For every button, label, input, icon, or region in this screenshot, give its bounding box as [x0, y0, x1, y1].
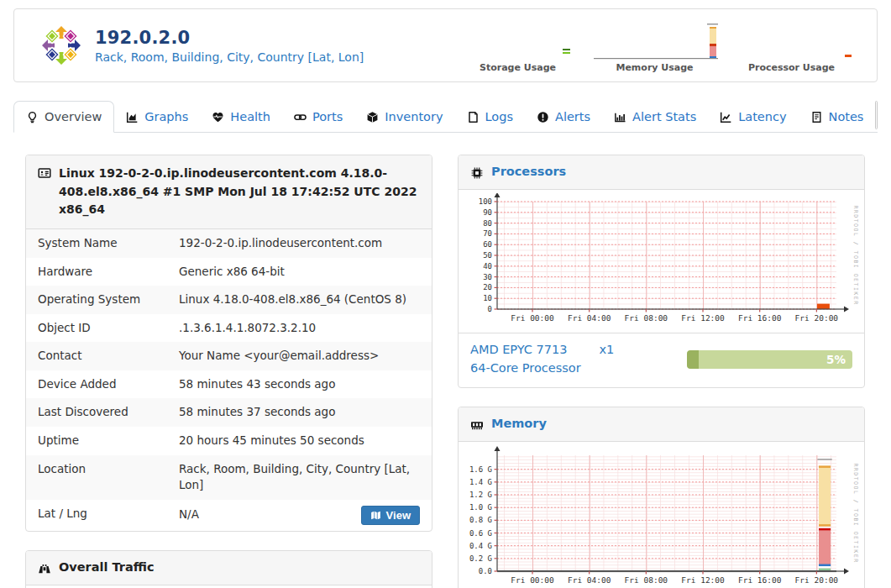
svg-text:Fri 00:00: Fri 00:00 [511, 575, 554, 585]
svg-text:Fri 08:00: Fri 08:00 [625, 313, 668, 323]
device-header: 192.0.2.0 Rack, Room, Building, City, Co… [13, 8, 878, 82]
memory-panel-link[interactable]: Memory [491, 417, 547, 430]
row-label: Uptime [38, 433, 179, 449]
tab-alerts[interactable]: Alerts [525, 102, 602, 132]
table-row: Lat / LngN/AView [26, 500, 432, 531]
tab-label: Logs [485, 110, 513, 123]
header-mini-graphs: Storage UsageMemory UsageProcessor Usage [449, 18, 862, 73]
device-actions-group: ⚙ ⋮ [875, 101, 878, 129]
storage-sparkline [455, 18, 581, 61]
centos-logo [41, 25, 81, 66]
tab-ports[interactable]: Ports [282, 102, 354, 132]
row-label: Hardware [38, 264, 179, 281]
svg-text:0.6 G: 0.6 G [469, 528, 492, 537]
row-label: Location [38, 461, 179, 494]
tab-logs[interactable]: Logs [455, 102, 525, 132]
svg-text:Fri 08:00: Fri 08:00 [625, 575, 668, 585]
system-info-panel: Linux 192-0-2-0.ip.linodeusercontent.com… [25, 155, 432, 532]
memory-panel: Memory 0.00.2 G0.4 G0.6 G0.8 G1.0 G1.2 G… [458, 407, 865, 588]
tab-label: Graphs [144, 110, 188, 123]
view-location-button[interactable]: View [361, 506, 420, 525]
row-value: .1.3.6.1.4.1.8072.3.2.10 [179, 320, 316, 337]
svg-text:10: 10 [483, 294, 492, 302]
tab-overview[interactable]: Overview [13, 101, 114, 133]
storage-usage-minigraph[interactable]: Storage Usage [449, 18, 586, 73]
table-row: Device Added58 minutes 43 seconds ago [26, 370, 432, 399]
table-row: Operating SystemLinux 4.18.0-408.el8.x86… [26, 286, 432, 314]
row-value: Your Name <your@email.address> [179, 348, 379, 365]
processors-panel-link[interactable]: Processors [491, 165, 566, 178]
row-value: N/A [179, 507, 199, 523]
svg-text:1.6 G: 1.6 G [469, 465, 492, 473]
row-label: Contact [38, 348, 179, 365]
device-title: 192.0.2.0 [95, 28, 364, 48]
notes-icon [810, 111, 823, 123]
table-row: Last Discovered58 minutes 37 seconds ago [26, 398, 432, 427]
tab-health[interactable]: Health [200, 102, 282, 132]
areachart-icon [126, 111, 139, 123]
file-icon [467, 111, 480, 123]
memory-graph[interactable]: 0.00.2 G0.4 G0.6 G0.8 G1.0 G1.2 G1.4 G1.… [459, 442, 864, 588]
table-row: System Name192-0-2-0.ip.linodeuserconten… [26, 229, 432, 258]
svg-text:50: 50 [483, 251, 492, 260]
tab-label: Latency [738, 110, 786, 123]
row-value: 20 hours 45 minutes 50 seconds [179, 433, 364, 449]
map-icon [370, 510, 381, 521]
svg-text:Fri 20:00: Fri 20:00 [795, 575, 839, 585]
right-column: Processors 0102030405060708090100Fri 00:… [458, 155, 865, 588]
svg-text:70: 70 [483, 229, 492, 238]
cpu-usage-fill [687, 350, 699, 369]
memory-usage-minigraph[interactable]: Memory Usage [586, 18, 723, 73]
tab-notes[interactable]: Notes [799, 102, 876, 132]
minigraph-label: Processor Usage [748, 62, 835, 73]
svg-text:0.0: 0.0 [479, 567, 492, 575]
settings-button[interactable]: ⚙ [876, 102, 878, 129]
tab-label: Alert Stats [632, 110, 696, 123]
system-title: Linux 192-0-2-0.ip.linodeusercontent.com… [59, 165, 420, 219]
row-label: Device Added [38, 376, 179, 393]
svg-text:20: 20 [483, 283, 492, 291]
table-row: Object ID.1.3.6.1.4.1.8072.3.2.10 [26, 314, 432, 343]
processor-sparkline [729, 18, 855, 61]
table-row: ContactYour Name <your@email.address> [26, 342, 432, 370]
svg-text:80: 80 [483, 219, 492, 228]
cpu-name-link[interactable]: AMD EPYC 7713 [470, 343, 568, 356]
tab-label: Overview [45, 110, 102, 123]
svg-text:RRDTOOL / TOBI OETIKER: RRDTOOL / TOBI OETIKER [852, 205, 859, 305]
svg-text:Fri 12:00: Fri 12:00 [681, 575, 725, 585]
svg-text:RRDTOOL / TOBI OETIKER: RRDTOOL / TOBI OETIKER [852, 463, 859, 563]
processors-graph[interactable]: 0102030405060708090100Fri 00:00Fri 04:00… [459, 190, 864, 333]
svg-text:30: 30 [483, 273, 492, 281]
svg-text:Fri 12:00: Fri 12:00 [681, 313, 725, 323]
row-value: Generic x86 64-bit [179, 264, 285, 281]
table-row: LocationRack, Room, Building, City, Coun… [26, 455, 432, 500]
svg-text:0.8 G: 0.8 G [469, 516, 492, 524]
tab-latency[interactable]: Latency [708, 102, 798, 132]
tab-alert-stats[interactable]: Alert Stats [602, 102, 708, 132]
barchart-icon [614, 111, 626, 123]
lightbulb-icon [26, 111, 39, 123]
heartbeat-icon [212, 111, 224, 123]
link-icon [294, 111, 307, 123]
svg-text:Fri 04:00: Fri 04:00 [568, 575, 611, 585]
cpu-usage-bar: 5% [687, 350, 852, 369]
processor-usage-minigraph[interactable]: Processor Usage [723, 18, 860, 73]
svg-text:100: 100 [479, 197, 492, 206]
device-location-link[interactable]: Rack, Room, Building, City, Country [Lat… [95, 50, 364, 64]
tab-inventory[interactable]: Inventory [354, 102, 454, 132]
binoculars-icon [38, 562, 51, 575]
svg-text:90: 90 [483, 208, 492, 217]
row-label: Operating System [38, 291, 179, 308]
svg-text:0.4 G: 0.4 G [469, 541, 492, 549]
svg-text:1.4 G: 1.4 G [469, 477, 492, 486]
cpu-name-line2-link[interactable]: 64-Core Processor [470, 361, 581, 375]
svg-text:Fri 16:00: Fri 16:00 [738, 575, 782, 585]
svg-text:1.0 G: 1.0 G [469, 503, 492, 512]
cpu-row: AMD EPYC 7713x1 64-Core Processor 5% [459, 333, 864, 387]
view-button-label: View [386, 509, 411, 522]
table-row: Uptime20 hours 45 minutes 50 seconds [26, 427, 432, 455]
svg-text:1.2 G: 1.2 G [469, 491, 492, 499]
tab-graphs[interactable]: Graphs [114, 102, 200, 132]
overall-traffic-panel: Overall Traffic 050 k100 k150 kFri 00:00… [25, 550, 432, 588]
svg-text:0.2 G: 0.2 G [469, 554, 492, 562]
